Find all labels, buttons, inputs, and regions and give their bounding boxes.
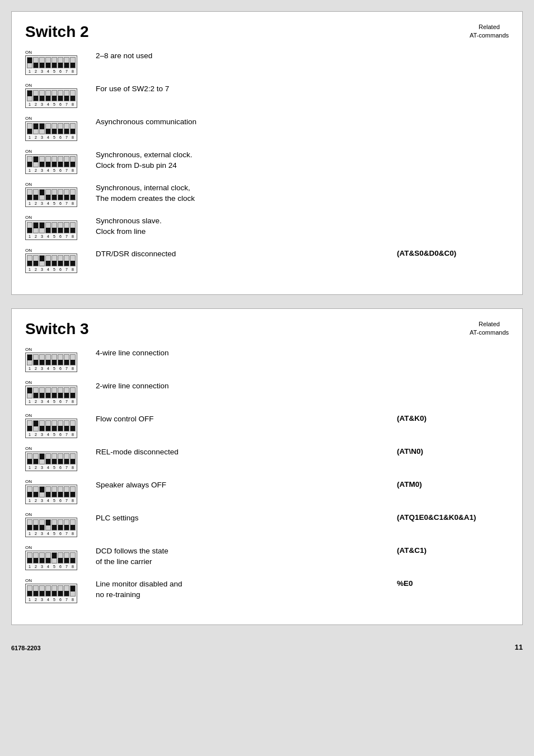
row-description: Synchronous, external clock.Clock from D… <box>96 149 388 171</box>
dip-switch-diagram: ON12345678 <box>25 380 87 405</box>
dip-switch-diagram: ON12345678 <box>25 116 87 141</box>
row-command <box>397 215 509 216</box>
dip-switch-diagram: ON12345678 <box>25 50 87 75</box>
row-description: Flow control OFF <box>96 413 388 425</box>
row-command: (AT&S0&D0&C0) <box>397 248 509 257</box>
switch-row: ON12345678DCD follows the stateof the li… <box>25 545 509 570</box>
dip-switch-diagram: ON12345678 <box>25 83 87 108</box>
row-description: 2–8 are not used <box>96 50 388 62</box>
dip-switch-diagram: ON12345678 <box>25 413 87 438</box>
dip-switch-diagram: ON12345678 <box>25 149 87 174</box>
switch-row: ON12345678Speaker always OFF(ATM0) <box>25 479 509 504</box>
row-description: PLC settings <box>96 512 388 524</box>
row-description: Speaker always OFF <box>96 479 388 491</box>
dip-switch-diagram: ON12345678 <box>25 215 87 240</box>
switch-row: ON12345678For use of SW2:2 to 7 <box>25 83 509 108</box>
switch-row: ON12345678DTR/DSR disconnected(AT&S0&D0&… <box>25 248 509 273</box>
switch3-box: Switch 3 RelatedAT-commands ON123456784-… <box>11 308 523 625</box>
dip-switch-diagram: ON12345678 <box>25 512 87 537</box>
row-command <box>397 380 509 381</box>
switch3-related-label: RelatedAT-commands <box>470 320 509 337</box>
switch-row: ON12345678Line monitor disabled andno re… <box>25 578 509 603</box>
row-description: Synchronous slave.Clock from line <box>96 215 388 237</box>
dip-switch-diagram: ON12345678 <box>25 347 87 372</box>
row-command <box>397 50 509 51</box>
doc-number: 6178-2203 <box>11 645 41 651</box>
row-command: (ATM0) <box>397 479 509 489</box>
row-command <box>397 182 509 183</box>
page-content: Switch 2 RelatedAT-commands ON123456782–… <box>11 11 523 651</box>
switch-row: ON12345678Synchronous, external clock.Cl… <box>25 149 509 174</box>
row-description: Line monitor disabled andno re-training <box>96 578 388 600</box>
dip-switch-diagram: ON12345678 <box>25 248 87 273</box>
dip-switch-diagram: ON12345678 <box>25 446 87 471</box>
row-description: REL-mode disconnected <box>96 446 388 458</box>
switch2-box: Switch 2 RelatedAT-commands ON123456782–… <box>11 11 523 295</box>
row-command: (AT\N0) <box>397 446 509 456</box>
switch-row: ON123456784-wire line connection <box>25 347 509 372</box>
row-description: 4-wire line connection <box>96 347 388 359</box>
row-command: %E0 <box>397 578 509 588</box>
page-number: 11 <box>515 643 523 651</box>
row-description: For use of SW2:2 to 7 <box>96 83 388 95</box>
row-command: (AT&C1) <box>397 545 509 555</box>
switch-row: ON12345678Flow control OFF(AT&K0) <box>25 413 509 438</box>
row-command <box>397 83 509 84</box>
dip-switch-diagram: ON12345678 <box>25 182 87 207</box>
row-command <box>397 116 509 117</box>
switch3-title: Switch 3 <box>25 320 509 338</box>
switch-row: ON12345678Synchronous slave.Clock from l… <box>25 215 509 240</box>
switch2-rows: ON123456782–8 are not usedON12345678For … <box>25 50 509 273</box>
row-description: Synchronous, internal clock,The modem cr… <box>96 182 388 204</box>
row-command <box>397 149 509 150</box>
row-description: DTR/DSR disconnected <box>96 248 388 260</box>
dip-switch-diagram: ON12345678 <box>25 545 87 570</box>
row-command: (ATQ1E0&C1&K0&A1) <box>397 512 509 522</box>
switch-row: ON12345678Asynchronous communication <box>25 116 509 141</box>
row-description: DCD follows the stateof the line carrier <box>96 545 388 567</box>
dip-switch-diagram: ON12345678 <box>25 479 87 504</box>
dip-switch-diagram: ON12345678 <box>25 578 87 603</box>
row-command: (AT&K0) <box>397 413 509 422</box>
row-command <box>397 347 509 348</box>
row-description: 2-wire line connection <box>96 380 388 392</box>
switch-row: ON12345678Synchronous, internal clock,Th… <box>25 182 509 207</box>
switch-row: ON12345678PLC settings(ATQ1E0&C1&K0&A1) <box>25 512 509 537</box>
row-description: Asynchronous communication <box>96 116 388 128</box>
switch2-related-label: RelatedAT-commands <box>470 23 509 40</box>
switch-row: ON12345678REL-mode disconnected(AT\N0) <box>25 446 509 471</box>
switch-row: ON123456782-wire line connection <box>25 380 509 405</box>
switch-row: ON123456782–8 are not used <box>25 50 509 75</box>
switch3-rows: ON123456784-wire line connectionON123456… <box>25 347 509 603</box>
footer: 6178-2203 11 <box>11 643 523 651</box>
switch2-title: Switch 2 <box>25 23 509 41</box>
